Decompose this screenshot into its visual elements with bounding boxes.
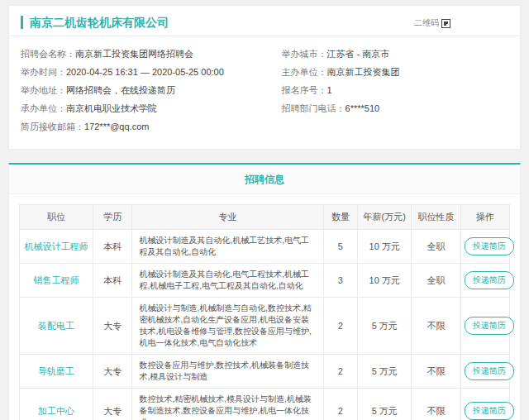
column-header: 职位性质 bbox=[412, 205, 460, 230]
column-header: 数量 bbox=[323, 205, 358, 230]
info-value: 172***@qq.com bbox=[84, 122, 149, 131]
degree-cell: 本科 bbox=[93, 264, 131, 298]
apply-button[interactable]: 投递简历 bbox=[465, 362, 514, 380]
info-value: 南京新工投资集团 bbox=[327, 67, 400, 77]
qrcode-label: 二维码 bbox=[414, 17, 439, 29]
apply-button[interactable]: 投递简历 bbox=[465, 237, 514, 255]
column-header: 学历 bbox=[93, 205, 131, 230]
info-label: 举办地址： bbox=[21, 85, 66, 95]
major-cell: 机械设计与制造,机械制造与自动化,数控技术,精密机械技术,自动化生产设备应用,机… bbox=[132, 298, 323, 355]
action-cell: 投递简历 bbox=[460, 230, 509, 264]
info-label: 举办时间： bbox=[21, 67, 66, 77]
title-row: 南京二机齿轮机床有限公司 二维码 bbox=[9, 6, 520, 36]
salary-cell: 10 万元 bbox=[358, 230, 412, 264]
action-cell: 投递简历 bbox=[460, 298, 509, 355]
section-header: 招聘信息 bbox=[9, 165, 520, 194]
info-column-right: 举办城市：江苏省 - 南京市主办单位：南京新工投资集团报名序号：1招聘部门电话：… bbox=[282, 45, 508, 136]
table-row: 加工中心大专数控技术,精密机械技术,模具设计与制造,机械装备制造技术,数控设备应… bbox=[20, 389, 510, 420]
action-cell: 投递简历 bbox=[460, 389, 509, 420]
column-header: 操作 bbox=[460, 205, 509, 230]
position-cell: 装配电工 bbox=[20, 298, 93, 355]
degree-cell: 大专 bbox=[93, 389, 131, 420]
action-cell: 投递简历 bbox=[460, 355, 509, 389]
major-cell: 机械设计制造及其自动化,机械工艺技术,电气工程及其自动化,自动化 bbox=[132, 230, 323, 264]
info-row: 招聘会名称：南京新工投资集团网络招聘会 bbox=[21, 45, 282, 63]
count-cell: 2 bbox=[323, 298, 358, 355]
column-header: 专业 bbox=[132, 205, 323, 230]
jobs-card: 招聘信息 职位学历专业数量年薪(万元)职位性质操作 机械设计工程师本科机械设计制… bbox=[8, 163, 521, 420]
count-cell: 2 bbox=[323, 355, 358, 389]
position-cell: 加工中心 bbox=[20, 389, 93, 420]
info-column-left: 招聘会名称：南京新工投资集团网络招聘会举办时间：2020-04-25 16:31… bbox=[21, 45, 282, 136]
info-label: 招聘会名称： bbox=[21, 49, 75, 59]
info-grid: 招聘会名称：南京新工投资集团网络招聘会举办时间：2020-04-25 16:31… bbox=[9, 36, 520, 149]
info-value: 网络招聘会，在线投递简历 bbox=[66, 85, 175, 95]
position-cell: 销售工程师 bbox=[20, 264, 93, 298]
info-row: 报名序号：1 bbox=[282, 81, 508, 99]
table-row: 销售工程师本科机械设计制造及其自动化,电气工程技术,机械工程,机械电子工程,电气… bbox=[20, 264, 510, 298]
column-header: 年薪(万元) bbox=[358, 205, 412, 230]
page-title: 南京二机齿轮机床有限公司 bbox=[21, 16, 169, 29]
table-row: 机械设计工程师本科机械设计制造及其自动化,机械工艺技术,电气工程及其自动化,自动… bbox=[20, 230, 510, 264]
section-title: 招聘信息 bbox=[245, 174, 284, 185]
info-label: 主办单位： bbox=[282, 67, 327, 77]
type-cell: 不限 bbox=[412, 355, 460, 389]
table-header-row: 职位学历专业数量年薪(万元)职位性质操作 bbox=[20, 205, 510, 230]
major-cell: 数控设备应用与维护,数控技术,机械装备制造技术,模具设计与制造 bbox=[132, 355, 323, 389]
salary-cell: 5 万元 bbox=[358, 389, 412, 420]
info-label: 报名序号： bbox=[282, 85, 327, 95]
info-row: 主办单位：南京新工投资集团 bbox=[282, 63, 508, 81]
info-value: 江苏省 - 南京市 bbox=[327, 49, 390, 59]
degree-cell: 本科 bbox=[93, 230, 131, 264]
info-row: 举办地址：网络招聘会，在线投递简历 bbox=[21, 81, 282, 99]
info-label: 承办单位： bbox=[21, 103, 66, 113]
info-value: 南京机电职业技术学院 bbox=[66, 103, 157, 113]
qrcode-toggle[interactable]: 二维码 bbox=[414, 17, 450, 29]
apply-button[interactable]: 投递简历 bbox=[465, 402, 514, 420]
jobs-table: 职位学历专业数量年薪(万元)职位性质操作 机械设计工程师本科机械设计制造及其自动… bbox=[19, 204, 510, 420]
info-row: 简历接收邮箱：172***@qq.com bbox=[21, 117, 282, 136]
degree-cell: 大专 bbox=[93, 355, 131, 389]
info-row: 承办单位：南京机电职业技术学院 bbox=[21, 99, 282, 117]
company-info-card: 南京二机齿轮机床有限公司 二维码 招聘会名称：南京新工投资集团网络招聘会举办时间… bbox=[8, 5, 521, 150]
info-row: 招聘部门电话：6****510 bbox=[282, 99, 508, 117]
salary-cell: 5 万元 bbox=[358, 298, 412, 355]
info-value: 6****510 bbox=[346, 103, 380, 113]
info-value: 南京新工投资集团网络招聘会 bbox=[75, 49, 193, 59]
type-cell: 全职 bbox=[412, 230, 460, 264]
count-cell: 3 bbox=[323, 264, 358, 298]
position-cell: 导轨磨工 bbox=[20, 355, 93, 389]
type-cell: 全职 bbox=[412, 264, 460, 298]
count-cell: 2 bbox=[323, 389, 358, 420]
qrcode-icon bbox=[441, 19, 450, 28]
info-value: 1 bbox=[327, 85, 332, 95]
salary-cell: 5 万元 bbox=[358, 355, 412, 389]
info-value: 2020-04-25 16:31 — 2020-05-25 00:00 bbox=[66, 67, 224, 77]
action-cell: 投递简历 bbox=[460, 264, 509, 298]
info-label: 举办城市： bbox=[282, 49, 327, 59]
degree-cell: 大专 bbox=[93, 298, 131, 355]
table-row: 导轨磨工大专数控设备应用与维护,数控技术,机械装备制造技术,模具设计与制造25 … bbox=[20, 355, 510, 389]
type-cell: 不限 bbox=[412, 298, 460, 355]
major-cell: 数控技术,精密机械技术,模具设计与制造,机械装备制造技术,数控设备应用与维护,机… bbox=[132, 389, 323, 420]
apply-button[interactable]: 投递简历 bbox=[465, 317, 514, 335]
apply-button[interactable]: 投递简历 bbox=[465, 271, 514, 289]
salary-cell: 10 万元 bbox=[358, 264, 412, 298]
table-row: 装配电工大专机械设计与制造,机械制造与自动化,数控技术,精密机械技术,自动化生产… bbox=[20, 298, 510, 355]
info-label: 简历接收邮箱： bbox=[21, 122, 84, 131]
position-cell: 机械设计工程师 bbox=[20, 230, 93, 264]
major-cell: 机械设计制造及其自动化,电气工程技术,机械工程,机械电子工程,电气工程及其自动化… bbox=[132, 264, 323, 298]
info-row: 举办时间：2020-04-25 16:31 — 2020-05-25 00:00 bbox=[21, 63, 282, 81]
count-cell: 5 bbox=[323, 230, 358, 264]
info-label: 招聘部门电话： bbox=[282, 103, 346, 113]
type-cell: 不限 bbox=[412, 389, 460, 420]
info-row: 举办城市：江苏省 - 南京市 bbox=[282, 45, 508, 63]
column-header: 职位 bbox=[20, 205, 93, 230]
